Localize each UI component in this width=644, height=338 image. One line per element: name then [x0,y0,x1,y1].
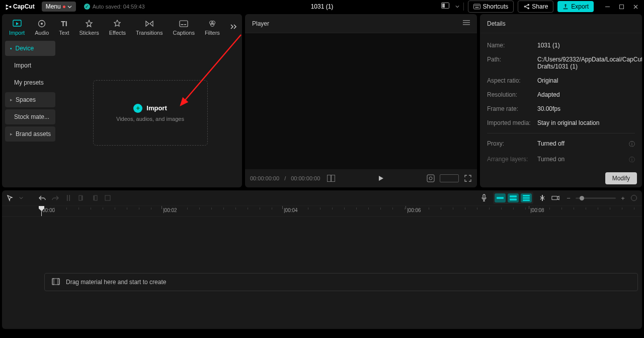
track-mode-all[interactable] [521,193,532,202]
preview-render-icon[interactable] [551,194,559,202]
media-drop-area: + Import Videos, audios, and images [58,38,242,187]
play-button[interactable] [375,172,387,184]
svg-rect-23 [328,175,331,182]
svg-rect-22 [463,24,470,25]
delete-right-icon [91,194,99,202]
tab-stickers[interactable]: Stickers [74,17,104,38]
svg-rect-35 [497,197,504,199]
svg-rect-28 [69,195,70,201]
player-title: Player [252,20,269,27]
detail-path-label: Path: [487,56,537,70]
svg-rect-27 [67,195,68,201]
svg-rect-39 [523,197,530,199]
maximize-button[interactable] [615,1,628,12]
shortcuts-button[interactable]: Shortcuts [468,1,514,13]
share-icon [523,4,529,10]
media-sidebar: Device Import My presets Spaces Stock ma… [2,38,58,187]
svg-rect-29 [82,195,83,200]
film-icon [52,278,60,286]
crop-icon [104,194,112,202]
info-icon[interactable]: ⓘ [629,140,635,149]
modify-button[interactable]: Modify [605,172,637,184]
autosave-status: ✓ Auto saved: 04:59:43 [84,4,145,10]
import-tab-icon [13,19,22,28]
detail-framerate-value: 30.00fps [537,105,635,112]
import-subtitle: Videos, audios, and images [116,116,184,122]
svg-rect-1 [442,4,445,8]
redo-icon [51,194,59,202]
pointer-tool-icon[interactable] [6,194,14,202]
undo-icon[interactable] [38,194,46,202]
export-button[interactable]: Export [557,1,594,12]
sidebar-item-stock[interactable]: Stock mate... [5,109,55,124]
svg-rect-2 [473,4,480,9]
svg-rect-30 [79,195,82,200]
text-icon: TI [59,19,68,28]
snapshot-icon[interactable] [427,174,435,182]
timeline-tracks[interactable]: Drag material here and start to create [2,217,642,329]
sidebar-item-brand[interactable]: Brand assets [5,126,55,142]
zoom-in-icon[interactable]: + [619,194,627,202]
playhead[interactable] [41,206,42,217]
keyboard-icon [473,4,480,10]
minimize-button[interactable] [601,1,614,12]
tab-transitions[interactable]: Transitions [131,17,168,38]
track-mode-cover[interactable] [508,193,519,202]
magnet-icon[interactable] [538,194,546,202]
svg-rect-44 [52,279,59,285]
delete-left-icon [77,194,86,202]
tab-captions[interactable]: Captions [168,17,199,38]
tab-audio[interactable]: Audio [30,17,54,38]
zoom-fit-icon[interactable] [630,194,638,202]
svg-rect-6 [478,5,479,6]
import-drop-box[interactable]: + Import Videos, audios, and images [93,80,208,146]
logo-icon [5,3,12,10]
sidebar-item-import[interactable]: Import [5,58,55,73]
detail-imported-label: Imported media: [487,119,537,126]
detail-resolution-value: Adapted [537,91,635,98]
svg-rect-20 [463,20,470,21]
share-button[interactable]: Share [518,1,553,13]
sidebar-item-device[interactable]: Device [5,41,55,56]
detail-arrange-label: Arrange layers: [487,156,537,164]
detail-aspect-label: Aspect ratio: [487,77,537,84]
svg-rect-46 [58,279,59,285]
tabs-more-button[interactable] [225,21,242,34]
sidebar-item-presets[interactable]: My presets [5,75,55,90]
svg-point-18 [210,23,214,27]
info-icon[interactable]: ⓘ [629,156,635,164]
detail-resolution-label: Resolution: [487,91,537,98]
svg-rect-31 [94,195,95,200]
player-viewport [245,33,477,169]
chevron-down-icon[interactable] [19,196,23,200]
effects-icon [113,19,122,28]
compare-icon[interactable] [327,174,335,182]
menu-button[interactable]: Menu [42,2,76,12]
detail-name-value: 1031 (1) [537,42,635,49]
ratio-button[interactable] [440,174,459,182]
chevron-down-icon[interactable] [455,5,459,9]
track-mode-main[interactable] [495,193,506,202]
mic-icon[interactable] [480,194,488,202]
tab-filters[interactable]: Filters [200,17,225,38]
fullscreen-icon[interactable] [464,174,472,182]
tab-text[interactable]: TI Text [54,17,74,38]
track-mode-toggle [493,192,533,204]
player-menu-icon[interactable] [463,20,470,27]
zoom-slider[interactable] [576,197,616,199]
svg-rect-24 [332,175,335,182]
timeline-ruler[interactable]: 00:00|00:02|00:04|00:06|00:08 [2,206,642,217]
close-button[interactable] [629,1,642,12]
details-title: Details [487,20,506,27]
tab-effects[interactable]: Effects [104,17,131,38]
tab-import[interactable]: Import [4,17,30,38]
layout-icon[interactable] [439,1,451,13]
import-label: Import [146,104,167,112]
zoom-out-icon[interactable]: − [565,194,573,202]
split-icon [64,194,72,202]
plus-icon: + [133,104,142,113]
audio-icon [37,19,46,28]
sidebar-item-spaces[interactable]: Spaces [5,92,55,107]
empty-track-hint[interactable]: Drag material here and start to create [44,273,638,291]
notification-dot-icon [63,6,65,8]
